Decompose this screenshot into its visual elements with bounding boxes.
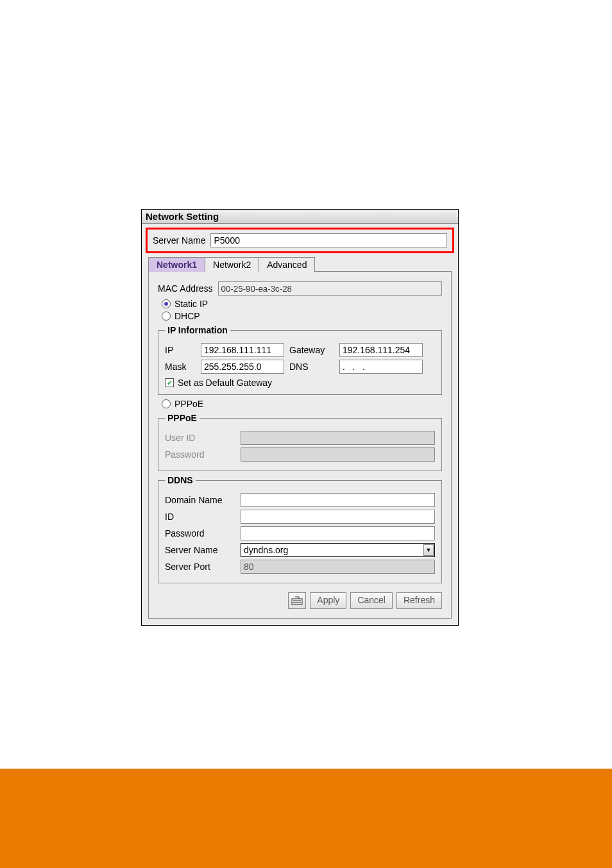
server-name-input[interactable] <box>210 233 447 247</box>
ip-label: IP <box>165 345 196 355</box>
dns-input[interactable] <box>339 360 423 374</box>
keyboard-icon <box>291 596 303 605</box>
ddns-id-label: ID <box>165 512 235 522</box>
radio-dhcp-label: DHCP <box>174 311 200 321</box>
chevron-down-icon[interactable]: ▼ <box>423 544 434 556</box>
tabs-container: Network1 Network2 Advanced MAC Address S… <box>148 257 452 619</box>
radio-static-ip[interactable] <box>162 299 171 308</box>
pppoe-fieldset: PPPoE User ID Password <box>158 413 442 471</box>
default-gateway-row[interactable]: Set as Default Gateway <box>165 378 435 388</box>
pppoe-userid-input <box>241 431 435 445</box>
tab-advanced[interactable]: Advanced <box>259 257 315 272</box>
ddns-server-name-label: Server Name <box>165 545 235 555</box>
radio-static-label: Static IP <box>174 299 208 309</box>
ddns-domain-input[interactable] <box>241 493 435 507</box>
network-setting-window: Network Setting Server Name Network1 Net… <box>141 209 459 626</box>
ddns-server-select[interactable] <box>241 543 435 557</box>
keyboard-icon-button[interactable] <box>288 592 306 609</box>
pppoe-password-label: Password <box>165 449 235 460</box>
mac-address-input <box>218 281 442 296</box>
button-row: Apply Cancel Refresh <box>158 592 442 609</box>
svg-rect-0 <box>292 599 302 605</box>
tab-strip: Network1 Network2 Advanced <box>148 257 452 272</box>
mode-static-row[interactable]: Static IP <box>162 299 442 309</box>
dns-label: DNS <box>289 362 334 372</box>
mode-dhcp-row[interactable]: DHCP <box>162 311 442 321</box>
window-title: Network Setting <box>142 210 458 224</box>
refresh-button[interactable]: Refresh <box>396 592 442 609</box>
server-name-row: Server Name <box>146 228 454 253</box>
ddns-id-input[interactable] <box>241 510 435 524</box>
radio-dhcp[interactable] <box>162 312 171 321</box>
default-gateway-label: Set as Default Gateway <box>178 378 272 388</box>
pppoe-legend: PPPoE <box>165 413 200 423</box>
pppoe-password-input <box>241 447 435 462</box>
footer-bar <box>0 769 612 868</box>
tab-panel-network1: MAC Address Static IP DHCP IP Informatio… <box>148 271 452 619</box>
apply-button[interactable]: Apply <box>310 592 346 609</box>
tab-network2[interactable]: Network2 <box>205 257 259 272</box>
ddns-password-input[interactable] <box>241 526 435 540</box>
ddns-password-label: Password <box>165 528 235 538</box>
server-name-label: Server Name <box>153 235 205 246</box>
ddns-domain-label: Domain Name <box>165 495 235 505</box>
ip-information-fieldset: IP Information IP Gateway Mask DNS Set a… <box>158 325 442 395</box>
ip-input[interactable] <box>201 343 284 357</box>
ddns-fieldset: DDNS Domain Name ID Password Server Name <box>158 475 442 583</box>
mac-address-label: MAC Address <box>158 283 213 294</box>
ddns-legend: DDNS <box>165 475 196 485</box>
ddns-server-port-label: Server Port <box>165 562 235 572</box>
ddns-server-port-input <box>241 560 435 574</box>
ip-information-legend: IP Information <box>165 325 230 335</box>
default-gateway-checkbox[interactable] <box>165 378 174 387</box>
mask-label: Mask <box>165 362 196 372</box>
mode-pppoe-row[interactable]: PPPoE <box>162 399 442 409</box>
mac-row: MAC Address <box>158 281 442 296</box>
radio-pppoe[interactable] <box>162 399 171 408</box>
mask-input[interactable] <box>201 360 284 374</box>
pppoe-userid-label: User ID <box>165 433 235 443</box>
gateway-label: Gateway <box>289 345 334 355</box>
ddns-server-select-wrap[interactable]: ▼ <box>241 543 435 557</box>
gateway-input[interactable] <box>339 343 423 357</box>
tab-network1[interactable]: Network1 <box>148 257 205 272</box>
cancel-button[interactable]: Cancel <box>350 592 393 609</box>
radio-pppoe-label: PPPoE <box>174 399 203 409</box>
